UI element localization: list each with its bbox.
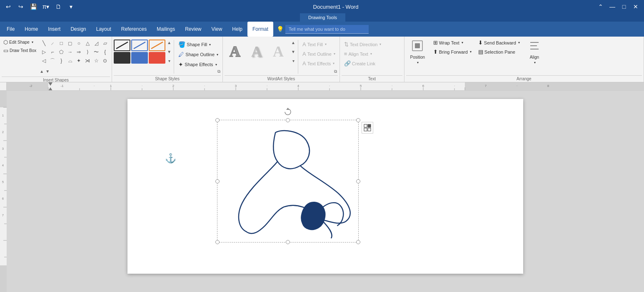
text-effects-button[interactable]: A Text Effects ▾ [300,59,338,68]
wordart-scroll-up[interactable]: ▲ [290,38,296,47]
undo-button[interactable]: ↩ [3,2,13,12]
menu-view[interactable]: View [207,22,227,37]
shape-custom7[interactable]: ☆ [92,57,100,65]
tell-me-search[interactable]: 💡 [277,25,369,34]
shape-custom2[interactable]: ⌒ [48,57,57,65]
shape-custom8[interactable]: ⊙ [101,57,109,65]
svg-text:2: 2 [172,84,175,88]
shape-outline-button[interactable]: 🖊 Shape Outline ▾ [176,50,221,59]
close-button[interactable]: ✕ [631,2,641,12]
align-button[interactable]: Align ▾ [524,38,545,67]
layout-options-button[interactable] [362,122,373,134]
style-swatch-3[interactable] [149,40,165,51]
drawing-tools-label: Drawing Tools [300,13,345,22]
wordart-swatch-3[interactable]: A [268,40,289,63]
shape-parallelogram[interactable]: ▱ [101,39,109,47]
selection-pane-button[interactable]: ▤ Selection Pane [476,47,522,56]
menu-mailings[interactable]: Mailings [152,22,180,37]
shape-fill-arrow: ▾ [209,43,211,47]
formula-button[interactable]: π▾ [41,2,51,12]
wrap-text-arrow: ▾ [462,41,463,45]
new-doc-button[interactable]: 🗋 [53,2,63,12]
save-button[interactable]: 💾 [28,2,38,12]
shape-custom5[interactable]: ✦ [75,57,83,65]
svg-text:·: · [392,84,392,88]
styles-scroll-up[interactable]: ▲ [166,38,172,47]
menu-file[interactable]: File [2,22,20,37]
style-swatch-5[interactable] [131,52,148,64]
menu-layout[interactable]: Layout [91,22,116,37]
position-button[interactable]: Position ▾ [406,38,429,67]
menu-format[interactable]: Format [247,22,273,37]
shape-fill-button[interactable]: 🪣 Shape Fill ▾ [176,40,221,49]
svg-text:·: · [454,84,455,88]
menu-design[interactable]: Design [65,22,91,37]
text-fill-button[interactable]: A Text Fill ▾ [300,40,338,49]
shape-pentagon[interactable]: ⬠ [57,48,65,56]
text-effects-arrow: ▾ [333,62,334,65]
shape-rounded-rect[interactable]: ▢ [66,39,74,47]
menu-review[interactable]: Review [180,22,206,37]
wordart-expand[interactable]: ⧉ [333,69,339,74]
text-direction-button[interactable]: ⇅ Text Direction ▾ [342,40,384,49]
shape-rt-triangle[interactable]: ◿ [92,39,100,47]
shape-tri2[interactable]: ▷ [40,48,48,56]
style-swatch-6[interactable] [149,52,165,64]
shape-brace[interactable]: { [101,48,109,56]
svg-marker-66 [286,108,290,110]
edit-shape-button[interactable]: ⬡ Edit Shape ▾ [2,38,38,46]
wordart-swatch-1[interactable]: A [225,40,245,63]
shape-arrow[interactable]: → [66,48,74,56]
styles-scroll-more[interactable]: ▾ [166,57,172,65]
shape-custom3[interactable]: } [57,57,65,65]
menu-help[interactable]: Help [227,22,247,37]
shape-bend[interactable]: ⌐ [48,48,57,56]
shape-effects-button[interactable]: ✦ Shape Effects ▾ [176,60,221,69]
svg-text:3: 3 [235,84,237,88]
shape-oval[interactable]: ○ [75,39,83,47]
shape-rect[interactable]: □ [57,39,65,47]
bring-forward-button[interactable]: ⬆ Bring Forward ▾ [431,47,474,56]
shape-custom4[interactable]: ⌓ [66,57,74,65]
shape-notch[interactable]: ⟩ [83,48,92,56]
wordart-scroll-down[interactable]: ▼ [290,47,296,56]
maximize-button[interactable]: □ [619,2,629,12]
wrap-text-button[interactable]: ⊞ Wrap Text ▾ [431,38,474,47]
shapes-scroll-down[interactable]: ▼ [45,66,50,77]
draw-text-box-icon: ▭ [3,47,8,54]
rotate-handle[interactable] [284,108,292,116]
bring-forward-icon: ⬆ [433,49,438,55]
anchor-icon: ⚓ [165,153,176,164]
shape-line[interactable]: ╲ [40,39,48,47]
shape-diagonal-line[interactable]: ⟋ [48,39,57,47]
wordart-swatch-2[interactable]: A [246,40,267,63]
send-backward-button[interactable]: ⬇ Send Backward ▾ [476,38,522,47]
create-link-button[interactable]: 🔗 Create Link [342,59,384,68]
menu-insert[interactable]: Insert [43,22,65,37]
shape-custom6[interactable]: ⋊ [83,57,92,65]
style-swatch-4[interactable] [114,52,130,64]
customize-qat-button[interactable]: ▾ [66,2,76,12]
shape-custom1[interactable]: ◁ [40,57,48,65]
redo-button[interactable]: ↪ [16,2,26,12]
ribbon-display-button[interactable]: ⌃ [596,2,606,12]
shapes-scroll-up[interactable]: ▲ [39,66,45,77]
menu-home[interactable]: Home [20,22,43,37]
arrange-group: Position ▾ ⊞ Wrap Text ▾ ⬆ Bring Forward… [404,37,644,82]
shape-triangle-iso[interactable]: △ [83,39,92,47]
align-text-button[interactable]: ≡ Align Text ▾ [342,49,384,58]
draw-text-box-button[interactable]: ▭ Draw Text Box [2,47,38,54]
minimize-button[interactable]: — [607,2,617,12]
svg-text:-2: -2 [29,84,32,88]
shape-styles-content: ▲ ▼ ▾ 🪣 Shape Fill ▾ 🖊 Shape Outline ▾ [114,38,221,75]
styles-scroll-down[interactable]: ▼ [166,47,172,56]
shape-styles-expand[interactable]: ⧉ [216,69,222,74]
style-swatch-2[interactable] [131,40,148,51]
text-outline-button[interactable]: A Text Outline ▾ [300,49,338,58]
style-swatch-1[interactable] [114,40,130,51]
wordart-scroll-more[interactable]: ▾ [290,57,296,65]
menu-references[interactable]: References [116,22,152,37]
tell-me-input[interactable] [285,25,369,34]
shape-arrow2[interactable]: ⇒ [75,48,83,56]
shape-wave[interactable]: 〜 [92,48,100,56]
